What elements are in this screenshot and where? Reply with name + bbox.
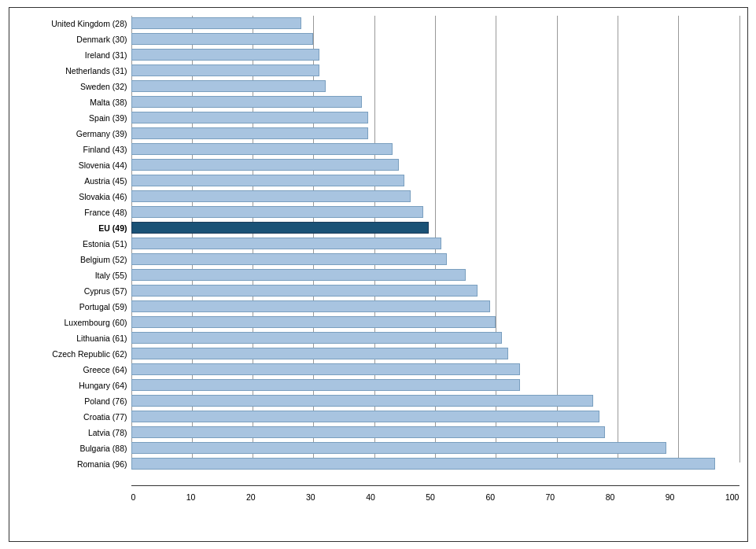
bar-label: Czech Republic (62): [13, 349, 127, 359]
bar-label: Luxembourg (60): [13, 318, 127, 327]
bar-label: Greece (64): [13, 365, 127, 374]
x-axis-label: 40: [366, 492, 375, 502]
bar: [131, 17, 301, 29]
bar-label: Croatia (77): [13, 412, 127, 422]
x-axis-label: 0: [131, 492, 136, 502]
bar: [131, 238, 441, 249]
bar-row: Bulgaria (88): [131, 440, 739, 455]
bar: [131, 33, 314, 45]
bar-label: Austria (45): [13, 176, 127, 186]
bar-label: Slovenia (44): [13, 160, 127, 170]
bar-row: Latvia (78): [131, 425, 739, 440]
bar: [131, 175, 405, 186]
bar-label: Ireland (31): [13, 50, 127, 60]
x-axis-label: 80: [606, 492, 615, 502]
bar-row: Belgium (52): [131, 252, 739, 267]
bar-row: Estonia (51): [131, 236, 739, 251]
x-axis-label: 70: [546, 492, 555, 502]
bar: [131, 222, 430, 234]
bar-row: Greece (64): [131, 362, 739, 377]
bar-row: Luxembourg (60): [131, 315, 739, 330]
bar-row: Portugal (59): [131, 299, 739, 314]
bar-label: Cyprus (57): [13, 286, 127, 296]
x-axis-label: 60: [485, 492, 495, 502]
bar: [131, 442, 666, 454]
bar-label: Portugal (59): [13, 302, 127, 311]
bar-row: Hungary (64): [131, 378, 739, 392]
bar-label: Spain (39): [13, 113, 127, 123]
bar: [131, 379, 521, 391]
x-axis-label: 30: [306, 492, 315, 502]
x-axis-label: 20: [246, 492, 256, 502]
bar-row: Italy (55): [131, 267, 739, 282]
bar-label: Bulgaria (88): [13, 444, 127, 453]
bar-label: France (48): [13, 208, 127, 217]
bar-row: Cyprus (57): [131, 283, 739, 298]
chart-container: United Kingdom (28)Denmark (30)Ireland (…: [9, 7, 748, 542]
bar: [131, 458, 715, 470]
bar-row: Lithuania (61): [131, 330, 739, 345]
bar-label: Poland (76): [13, 396, 127, 406]
bar: [131, 49, 320, 61]
bar: [131, 411, 599, 422]
x-axis-label: 50: [426, 492, 435, 502]
bar: [131, 64, 320, 76]
bar-label: Slovakia (46): [13, 192, 127, 201]
bar: [131, 316, 496, 328]
bar-row: Czech Republic (62): [131, 346, 739, 361]
bar-label: Germany (39): [13, 129, 127, 138]
bar-label: Romania (96): [13, 459, 127, 469]
bar: [131, 253, 448, 265]
bar-label: Finland (43): [13, 145, 127, 154]
x-axis-label: 90: [666, 492, 675, 502]
bar-row: Poland (76): [131, 393, 739, 408]
bar-label: Sweden (32): [13, 82, 127, 91]
bar-row: Croatia (77): [131, 409, 739, 424]
bar: [131, 206, 423, 218]
bar-label: Estonia (51): [13, 239, 127, 249]
bar-label: Lithuania (61): [13, 333, 127, 343]
bar-label: Denmark (30): [13, 35, 127, 44]
bar-label: Italy (55): [13, 271, 127, 280]
x-axis: [131, 485, 739, 486]
chart-area: United Kingdom (28)Denmark (30)Ireland (…: [131, 16, 739, 510]
bar: [131, 348, 508, 359]
bar: [131, 143, 393, 155]
bar-label: Latvia (78): [13, 428, 127, 437]
bar: [131, 159, 399, 171]
bar: [131, 332, 503, 344]
bar: [131, 127, 368, 139]
bar-label: Netherlands (31): [13, 66, 127, 76]
bar: [131, 363, 521, 375]
grid-line: [739, 16, 740, 462]
bar-label: Malta (38): [13, 98, 127, 107]
x-labels: 0102030405060708090100: [131, 492, 739, 502]
bar: [131, 96, 363, 108]
bar: [131, 426, 606, 438]
bar-label: Belgium (52): [13, 255, 127, 264]
bar: [131, 112, 368, 123]
bar: [131, 80, 326, 92]
x-axis-label: 100: [725, 492, 739, 502]
bars-wrapper: United Kingdom (28)Denmark (30)Ireland (…: [131, 16, 739, 486]
grid-line: [618, 16, 618, 462]
bar: [131, 269, 466, 281]
bar-label: EU (49): [13, 223, 127, 233]
bar: [131, 300, 490, 312]
x-axis-label: 10: [186, 492, 196, 502]
bar: [131, 395, 593, 407]
bar-label: Hungary (64): [13, 381, 127, 390]
grid-line: [678, 16, 679, 462]
bar-row: Romania (96): [131, 456, 739, 471]
bar-label: United Kingdom (28): [13, 19, 127, 28]
bar: [131, 285, 478, 297]
bar: [131, 190, 411, 202]
